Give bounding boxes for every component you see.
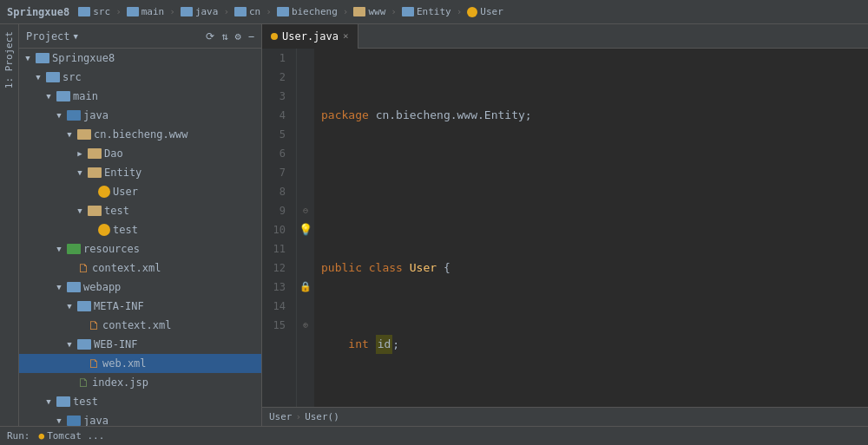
tree-item-src[interactable]: src (19, 68, 261, 87)
tab-dot-icon (271, 33, 278, 40)
breadcrumb-user: User (269, 411, 293, 422)
main-icon (56, 91, 70, 101)
nav-src: src (78, 6, 110, 17)
tree-item-web-xml[interactable]: 🗋 web.xml (19, 354, 261, 373)
tab-close-button[interactable]: × (343, 30, 349, 42)
resources-icon (67, 244, 81, 254)
web-inf-label: WEB-INF (94, 338, 138, 350)
package-label: cn.biecheng.www (94, 128, 187, 141)
tomcat-label: Tomcat ... (47, 430, 104, 442)
tree-item-test-main[interactable]: test (19, 392, 261, 411)
user-label: User (113, 186, 138, 198)
ln-2: 2 (262, 68, 291, 87)
ln-6: 6 (262, 144, 291, 163)
arrow-web-inf (64, 339, 75, 350)
minimize-icon[interactable]: − (248, 30, 254, 43)
tomcat-icon: ● (39, 430, 45, 442)
editor-breadcrumb: User › User() (262, 407, 868, 426)
web-xml-label: web.xml (102, 357, 147, 370)
code-content[interactable]: package cn.biecheng.www.Entity; public c… (314, 49, 868, 407)
arrow-java (54, 110, 64, 121)
tree-item-meta-inf[interactable]: META-INF (19, 297, 261, 316)
tree-item-main[interactable]: main (19, 87, 261, 106)
test-java-icon (98, 224, 110, 236)
ln-3: 3 (262, 87, 291, 106)
sidebar-header: Project ▼ ⟳ ⇅ ⚙ − (19, 24, 261, 49)
breadcrumb-nav: src › main › java › cn › biecheng › www … (78, 6, 503, 17)
arrow-package (64, 129, 75, 140)
ln-10: 10 (262, 220, 291, 239)
package-icon (77, 129, 91, 140)
gutter-1 (297, 49, 314, 68)
code-line-2 (321, 182, 861, 201)
tree-item-webapp[interactable]: webapp (19, 278, 261, 297)
test-main-icon (56, 396, 70, 407)
project-panel-label[interactable]: 1: Project (1, 24, 17, 95)
tree-item-package[interactable]: cn.biecheng.www (19, 125, 261, 144)
main-folder-icon (127, 7, 139, 16)
tree-item-test-folder[interactable]: test (19, 201, 261, 220)
sort-icon[interactable]: ⇅ (221, 30, 227, 43)
gutter-5 (297, 125, 314, 144)
user-java-icon (98, 186, 110, 198)
tree-item-springxue8[interactable]: Springxue8 (19, 49, 261, 68)
context2-icon: 🗋 (88, 318, 100, 332)
tree-item-context2[interactable]: 🗋 context.xml (19, 316, 261, 335)
ln-11: 11 (262, 239, 291, 258)
biecheng-folder-icon (277, 7, 289, 16)
gutter-8 (297, 182, 314, 201)
tree-item-context1[interactable]: 🗋 context.xml (19, 258, 261, 278)
java-icon (67, 110, 81, 121)
fold-icon-15[interactable]: ⊕ (303, 316, 308, 335)
tree-item-dao[interactable]: Dao (19, 144, 261, 163)
dropdown-arrow[interactable]: ▼ (74, 32, 78, 41)
tree-item-test-java[interactable]: test (19, 220, 261, 239)
project-tree: Project ▼ ⟳ ⇅ ⚙ − Springxue8 src (19, 24, 262, 426)
arrow-webapp (54, 282, 64, 292)
ln-13: 13 (262, 278, 291, 297)
tree-item-entity[interactable]: Entity (19, 163, 261, 182)
ln-7: 7 (262, 163, 291, 182)
tab-user-java[interactable]: User.java × (262, 24, 358, 49)
lightbulb-icon[interactable]: 💡 (299, 220, 312, 239)
entity-label: Entity (104, 167, 141, 179)
settings-icon[interactable]: ⚙ (235, 30, 241, 43)
code-line-3: public class User { (321, 258, 861, 278)
tree-item-web-inf[interactable]: WEB-INF (19, 335, 261, 354)
ln-12: 12 (262, 258, 291, 278)
tomcat-item[interactable]: ● Tomcat ... (39, 430, 105, 442)
src-folder-icon (78, 7, 90, 16)
nav-biecheng: biecheng (277, 6, 338, 17)
context1-label: context.xml (92, 262, 161, 274)
tree-item-java2[interactable]: java (19, 411, 261, 426)
gutter-13: 🔒 (297, 278, 314, 297)
fold-icon-9[interactable]: ⊖ (303, 201, 308, 220)
kw-package: package (321, 106, 376, 125)
tree-item-resources[interactable]: resources (19, 239, 261, 258)
code-editor[interactable]: 1 2 3 4 5 6 7 8 9 10 11 12 13 14 15 (262, 49, 868, 407)
run-label: Run: (7, 430, 30, 442)
arrow-java2 (54, 416, 64, 426)
springxue8-label: Springxue8 (52, 52, 115, 64)
test-java-label: test (113, 224, 138, 236)
tree-item-index-jsp[interactable]: 🗋 index.jsp (19, 373, 261, 392)
nav-www: www (353, 6, 385, 17)
gutter-10: 💡 (297, 220, 314, 239)
sidebar-title-label: Project ▼ (26, 30, 78, 43)
app-title: Springxue8 (7, 6, 69, 18)
entity-folder-icon (402, 7, 414, 16)
ln-5: 5 (262, 125, 291, 144)
sidebar-toolbar: ⟳ ⇅ ⚙ − (206, 30, 254, 43)
sync-icon[interactable]: ⟳ (206, 30, 214, 43)
tree-item-user[interactable]: User (19, 182, 261, 201)
run-text: Run: (7, 430, 30, 442)
ln-9: 9 (262, 201, 291, 220)
tree-item-java[interactable]: java (19, 106, 261, 125)
entity-icon (88, 167, 102, 178)
ln-4: 4 (262, 106, 291, 125)
dao-label: Dao (104, 147, 123, 160)
editor-area: User.java × 1 2 3 4 5 6 7 8 9 10 11 12 1… (262, 24, 868, 426)
lock-icon-13: 🔒 (299, 278, 312, 297)
editor-gutter: ⊖ 💡 🔒 ⊕ (297, 49, 314, 407)
java2-icon (67, 416, 81, 426)
